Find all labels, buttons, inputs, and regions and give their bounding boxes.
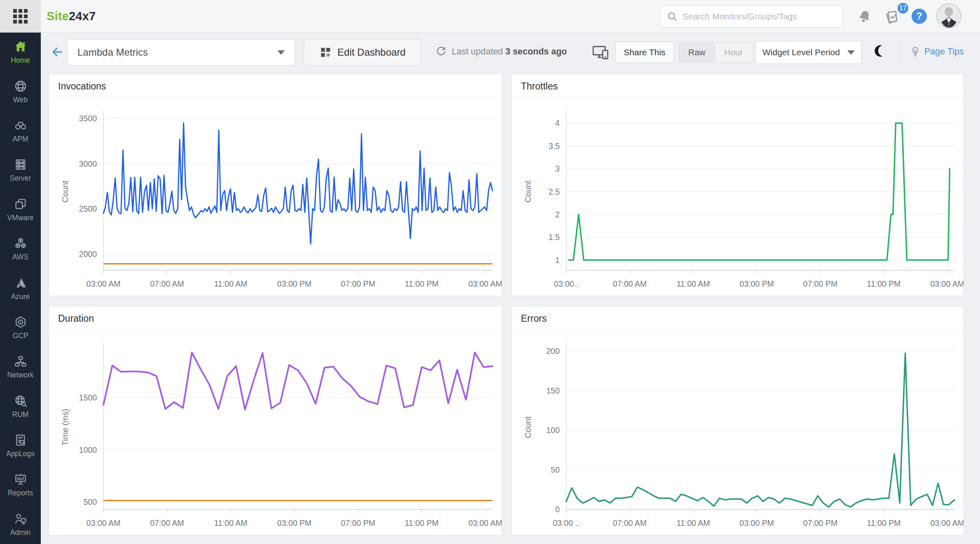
svg-text:03:00 AM: 03:00 AM: [87, 279, 120, 288]
search-input[interactable]: [682, 12, 836, 21]
svg-text:03:00 AM: 03:00 AM: [931, 279, 964, 288]
sidebar-item-aws[interactable]: AWS: [0, 229, 41, 268]
svg-text:1000: 1000: [79, 445, 97, 455]
svg-text:2: 2: [555, 210, 560, 219]
network-icon: [14, 354, 28, 368]
svg-text:11:00 AM: 11:00 AM: [677, 279, 710, 288]
granularity-raw[interactable]: Raw: [679, 43, 715, 62]
chevron-down-icon: [847, 50, 855, 55]
last-updated-prefix: Last updated: [452, 47, 503, 57]
invocations-chart[interactable]: 200025003000350003:00 AM07:00 AM11:00 AM…: [49, 98, 502, 296]
sidebar-item-label: Web: [13, 96, 28, 104]
reports-icon: [14, 472, 28, 486]
svg-text:0: 0: [555, 505, 560, 514]
svg-text:1: 1: [555, 256, 560, 265]
svg-text:2000: 2000: [79, 250, 97, 259]
sidebar-item-home[interactable]: Home: [0, 33, 41, 72]
svg-text:07:00 PM: 07:00 PM: [341, 279, 375, 288]
devices-icon[interactable]: [592, 44, 609, 60]
vmware-icon: [14, 197, 28, 211]
back-arrow-button[interactable]: [51, 45, 64, 59]
dark-mode-moon-icon[interactable]: [877, 43, 891, 58]
svg-text:50: 50: [551, 465, 560, 474]
edit-dashboard-button[interactable]: Edit Dashboard: [304, 39, 421, 66]
svg-text:07:00 AM: 07:00 AM: [150, 279, 184, 288]
svg-text:07:00 PM: 07:00 PM: [341, 518, 375, 528]
sidebar-item-reports[interactable]: Reports: [0, 465, 41, 504]
svg-text:11:00 AM: 11:00 AM: [677, 518, 710, 528]
svg-text:150: 150: [546, 386, 560, 395]
sidebar-item-applogs[interactable]: AppLogs: [0, 426, 41, 465]
search-box: [660, 5, 843, 28]
svg-text:1500: 1500: [79, 393, 97, 402]
sidebar-item-label: RUM: [12, 410, 29, 419]
sidebar-item-label: GCP: [13, 332, 28, 340]
notifications-bell-button[interactable]: [856, 7, 874, 26]
aws-cubes-icon: [14, 236, 28, 250]
svg-text:03:00 PM: 03:00 PM: [740, 518, 774, 528]
sidebar-item-label: Admin: [10, 528, 31, 537]
topbar: Site24x7 17 ?: [0, 0, 980, 33]
edit-dashboard-label: Edit Dashboard: [338, 47, 406, 58]
chevron-down-icon: [277, 50, 285, 55]
home-icon: [14, 40, 28, 54]
sidebar-item-rum[interactable]: RUM: [0, 387, 41, 426]
errors-chart[interactable]: 05010015020003:00 ..07:00 AM11:00 AM03:0…: [512, 330, 964, 535]
svg-text:Time (ms): Time (ms): [61, 409, 70, 445]
widget-title: Throttles: [512, 74, 964, 98]
svg-text:03:00 PM: 03:00 PM: [277, 279, 312, 288]
site24x7-logo[interactable]: Site24x7: [47, 0, 96, 33]
dashboard-toolbar: Lambda Metrics Edit Dashboard Last updat…: [41, 33, 980, 71]
admin-icon: [14, 512, 28, 526]
bell-icon: [855, 7, 874, 26]
duration-chart[interactable]: 5001000150003:00 AM07:00 AM11:00 AM03:00…: [49, 330, 502, 535]
widget-title: Duration: [49, 306, 502, 330]
help-button[interactable]: ?: [912, 9, 927, 24]
svg-text:07:00 AM: 07:00 AM: [150, 518, 184, 528]
svg-text:Count: Count: [523, 416, 532, 438]
dashboard-selector[interactable]: Lambda Metrics: [67, 39, 295, 66]
sidebar-item-admin[interactable]: Admin: [0, 505, 41, 544]
granularity-hour[interactable]: Hour: [715, 43, 752, 62]
svg-text:Count: Count: [61, 180, 70, 203]
share-this-button[interactable]: Share This: [615, 42, 674, 63]
sidebar-item-label: APM: [13, 135, 28, 144]
svg-text:1.5: 1.5: [549, 233, 560, 242]
lightbulb-icon: [910, 46, 921, 57]
widget-level-period-select[interactable]: Widget Level Period: [755, 41, 862, 64]
svg-text:2.5: 2.5: [549, 187, 560, 196]
sidebar-item-vmware[interactable]: VMware: [0, 190, 41, 229]
svg-text:Count: Count: [523, 180, 532, 203]
svg-text:2500: 2500: [79, 204, 97, 213]
widget-invocations: Invocations 200025003000350003:00 AM07:0…: [49, 74, 502, 296]
svg-text:3.5: 3.5: [549, 141, 560, 151]
svg-text:3000: 3000: [79, 159, 97, 168]
sidebar-item-server[interactable]: Server: [0, 151, 41, 190]
svg-text:11:00 PM: 11:00 PM: [867, 518, 901, 528]
sidebar-item-label: Reports: [8, 489, 33, 497]
site24x7-dashboard: Site24x7 17 ?: [0, 0, 980, 544]
binoculars-icon: [14, 118, 28, 132]
sidebar-item-apm[interactable]: APM: [0, 111, 41, 151]
server-icon: [14, 158, 28, 172]
apps-grid-button[interactable]: [0, 0, 41, 33]
sidebar-item-web[interactable]: Web: [0, 72, 41, 111]
tasks-icon: [883, 9, 900, 26]
user-avatar[interactable]: [936, 3, 961, 28]
sidebar-item-gcp[interactable]: GCP: [0, 308, 41, 347]
apps-grid-icon: [13, 9, 28, 24]
widget-errors: Errors 05010015020003:00 ..07:00 AM11:00…: [511, 306, 964, 535]
refresh-icon[interactable]: [436, 46, 447, 57]
logo-24x7: 24x7: [69, 9, 96, 23]
svg-text:100: 100: [546, 426, 560, 435]
svg-text:11:00 PM: 11:00 PM: [405, 518, 438, 528]
svg-text:03:00 AM: 03:00 AM: [468, 279, 502, 288]
sidebar-item-network[interactable]: Network: [0, 347, 41, 386]
throttles-chart[interactable]: 11.522.533.5403:00..07:00 AM11:00 AM03:0…: [512, 98, 964, 296]
sidebar-item-label: AWS: [12, 253, 28, 261]
svg-text:03:00 PM: 03:00 PM: [740, 279, 774, 288]
page-tips-button[interactable]: Page Tips: [910, 33, 964, 71]
sidebar-item-azure[interactable]: Azure: [0, 268, 41, 308]
sidebar-item-label: Azure: [11, 292, 30, 301]
rum-icon: [14, 394, 28, 408]
